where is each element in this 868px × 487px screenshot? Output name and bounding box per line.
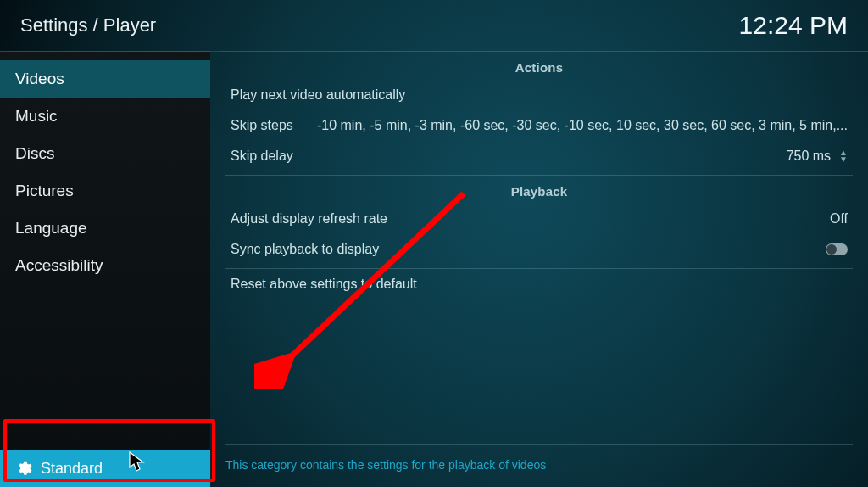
sidebar-item-accessibility[interactable]: Accessibility	[0, 247, 210, 284]
setting-play-next-video[interactable]: Play next video automatically	[225, 80, 853, 110]
sidebar-item-pictures[interactable]: Pictures	[0, 172, 210, 210]
breadcrumb: Settings / Player	[20, 14, 156, 36]
sidebar-item-label: Discs	[15, 144, 54, 163]
setting-label: Adjust display refresh rate	[231, 211, 387, 227]
setting-label: Skip delay	[231, 148, 293, 164]
clock: 12:24 PM	[739, 11, 848, 40]
settings-level-button[interactable]: Standard	[0, 450, 210, 487]
sidebar-item-label: Accessibility	[15, 256, 103, 275]
divider	[225, 444, 853, 445]
sidebar-item-music[interactable]: Music	[0, 98, 210, 135]
setting-sync-playback-to-display[interactable]: Sync playback to display	[225, 234, 853, 265]
setting-label: Reset above settings to default	[231, 277, 417, 292]
setting-value: 750 ms	[787, 148, 831, 164]
setting-reset-defaults[interactable]: Reset above settings to default	[225, 269, 853, 299]
category-help-text: This category contains the settings for …	[225, 458, 546, 472]
setting-adjust-display-refresh-rate[interactable]: Adjust display refresh rate Off	[225, 204, 853, 234]
setting-skip-delay[interactable]: Skip delay 750 ms ▲▼	[225, 141, 853, 171]
sidebar-items: Videos Music Discs Pictures Language Acc…	[0, 52, 210, 284]
setting-value: -10 min, -5 min, -3 min, -60 sec, -30 se…	[317, 118, 848, 133]
sidebar-item-label: Videos	[15, 70, 64, 88]
section-title-actions: Actions	[225, 52, 853, 80]
sidebar-item-language[interactable]: Language	[0, 210, 210, 247]
sidebar-item-videos[interactable]: Videos	[0, 60, 210, 98]
sidebar-item-discs[interactable]: Discs	[0, 135, 210, 172]
setting-value: Off	[830, 211, 848, 227]
sidebar-item-label: Language	[15, 219, 87, 238]
main-panel: Actions Play next video automatically Sk…	[210, 52, 868, 487]
setting-skip-steps[interactable]: Skip steps -10 min, -5 min, -3 min, -60 …	[225, 110, 853, 141]
spinner-icon[interactable]: ▲▼	[839, 149, 848, 163]
setting-label: Play next video automatically	[231, 87, 405, 103]
toggle-off-icon[interactable]	[826, 244, 848, 255]
setting-label: Skip steps	[231, 118, 293, 133]
section-title-playback: Playback	[225, 176, 853, 204]
sidebar-item-label: Pictures	[15, 182, 74, 200]
sidebar: Videos Music Discs Pictures Language Acc…	[0, 52, 210, 487]
gear-icon	[15, 460, 32, 477]
settings-level-label: Standard	[41, 460, 103, 478]
sidebar-item-label: Music	[15, 107, 58, 126]
header-bar: Settings / Player 12:24 PM	[0, 0, 868, 51]
setting-label: Sync playback to display	[231, 242, 379, 257]
